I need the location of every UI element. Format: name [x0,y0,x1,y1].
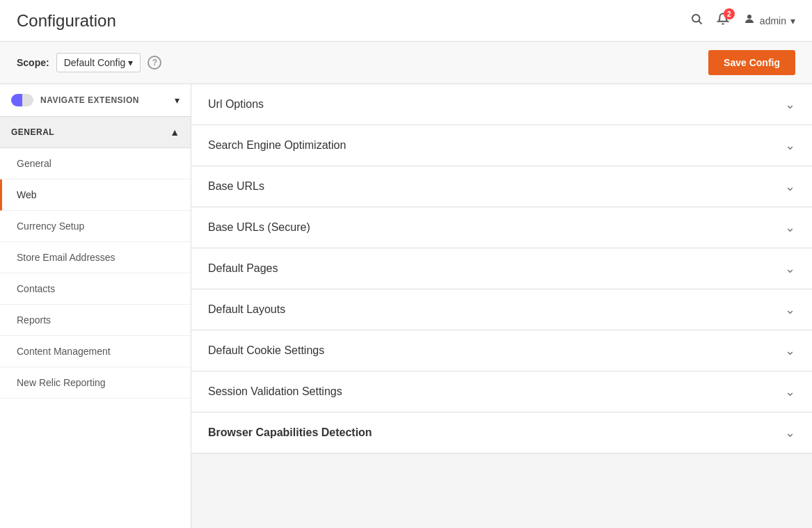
scope-dropdown[interactable]: Default Config ▾ [56,53,141,72]
accordion-header-base-urls-secure[interactable]: Base URLs (Secure) ⌄ [191,207,812,248]
general-section-title: GENERAL [11,127,54,137]
sidebar-item-new-relic[interactable]: New Relic Reporting [0,367,191,399]
sidebar-item-web[interactable]: Web [0,179,191,211]
chevron-down-icon: ⌄ [785,179,795,194]
accordion-default-pages: Default Pages ⌄ [191,248,812,289]
notifications-button[interactable]: 2 [717,13,729,29]
main-layout: NAVIGATE EXTENSION ▾ GENERAL ▲ General W… [0,84,812,528]
chevron-down-icon: ⌄ [785,302,795,317]
accordion-title-base-urls: Base URLs [208,180,264,193]
accordion-header-seo[interactable]: Search Engine Optimization ⌄ [191,125,812,166]
scope-value: Default Config [64,57,126,68]
nav-extension[interactable]: NAVIGATE EXTENSION ▾ [0,84,191,117]
accordion-header-base-urls[interactable]: Base URLs ⌄ [191,166,812,207]
sidebar-item-general[interactable]: General [0,148,191,179]
sidebar-item-store-email[interactable]: Store Email Addresses [0,242,191,273]
chevron-down-icon: ⌄ [785,343,795,358]
sidebar-item-contacts[interactable]: Contacts [0,273,191,305]
help-icon[interactable]: ? [148,56,161,70]
accordion-seo: Search Engine Optimization ⌄ [191,125,812,166]
accordion-default-cookie: Default Cookie Settings ⌄ [191,330,812,371]
nav-extension-chevron-icon: ▾ [175,95,180,106]
svg-point-0 [692,15,700,22]
accordion-header-default-cookie[interactable]: Default Cookie Settings ⌄ [191,330,812,371]
sidebar: NAVIGATE EXTENSION ▾ GENERAL ▲ General W… [0,84,191,528]
accordion-title-seo: Search Engine Optimization [208,139,346,152]
chevron-down-icon: ⌄ [785,425,795,440]
chevron-down-icon: ⌄ [785,220,795,235]
scope-bar: Scope: Default Config ▾ ? Save Config [0,42,812,84]
sidebar-item-currency-setup[interactable]: Currency Setup [0,211,191,242]
admin-menu-button[interactable]: admin ▾ [743,13,795,29]
general-section-header[interactable]: GENERAL ▲ [0,117,191,148]
accordion-title-session-validation: Session Validation Settings [208,385,342,398]
accordion-browser-capabilities: Browser Capabilities Detection ⌄ [191,413,812,454]
sidebar-item-reports[interactable]: Reports [0,305,191,336]
accordion-title-base-urls-secure: Base URLs (Secure) [208,221,310,234]
general-section-chevron-icon: ▲ [170,127,180,138]
chevron-down-icon: ⌄ [785,97,795,112]
page-title: Configuration [17,11,116,31]
accordion-title-url-options: Url Options [208,98,264,111]
nav-extension-label: NAVIGATE EXTENSION [40,95,139,105]
accordion-base-urls-secure: Base URLs (Secure) ⌄ [191,207,812,248]
scope-chevron-icon: ▾ [128,57,133,68]
accordion-header-default-pages[interactable]: Default Pages ⌄ [191,248,812,289]
accordion-header-session-validation[interactable]: Session Validation Settings ⌄ [191,371,812,412]
admin-chevron-icon: ▾ [790,15,795,26]
notification-badge: 2 [724,8,735,19]
accordion-header-default-layouts[interactable]: Default Layouts ⌄ [191,289,812,330]
scope-label: Scope: [17,57,49,68]
accordion-url-options: Url Options ⌄ [191,84,812,125]
chevron-down-icon: ⌄ [785,138,795,153]
accordion-title-browser-capabilities: Browser Capabilities Detection [208,426,372,439]
header-actions: 2 admin ▾ [690,13,795,29]
sidebar-item-content-management[interactable]: Content Management [0,336,191,367]
header: Configuration 2 admin ▾ [0,0,812,42]
chevron-down-icon: ⌄ [785,384,795,399]
accordion-base-urls: Base URLs ⌄ [191,166,812,207]
nav-extension-toggle-icon [11,94,33,106]
admin-icon [743,13,756,29]
accordion-title-default-pages: Default Pages [208,262,278,275]
accordion-header-url-options[interactable]: Url Options ⌄ [191,84,812,125]
accordion-session-validation: Session Validation Settings ⌄ [191,371,812,413]
search-icon[interactable] [690,13,703,29]
accordion-header-browser-capabilities[interactable]: Browser Capabilities Detection ⌄ [191,413,812,453]
accordion-title-default-layouts: Default Layouts [208,303,285,316]
save-config-button[interactable]: Save Config [708,50,795,75]
nav-ext-left: NAVIGATE EXTENSION [11,94,139,106]
accordion-title-default-cookie: Default Cookie Settings [208,344,324,357]
chevron-down-icon: ⌄ [785,261,795,276]
accordion-default-layouts: Default Layouts ⌄ [191,289,812,330]
svg-point-2 [747,15,751,19]
svg-line-1 [699,21,701,24]
admin-label: admin [760,15,786,26]
main-content: Url Options ⌄ Search Engine Optimization… [191,84,812,528]
scope-left: Scope: Default Config ▾ ? [17,53,161,72]
